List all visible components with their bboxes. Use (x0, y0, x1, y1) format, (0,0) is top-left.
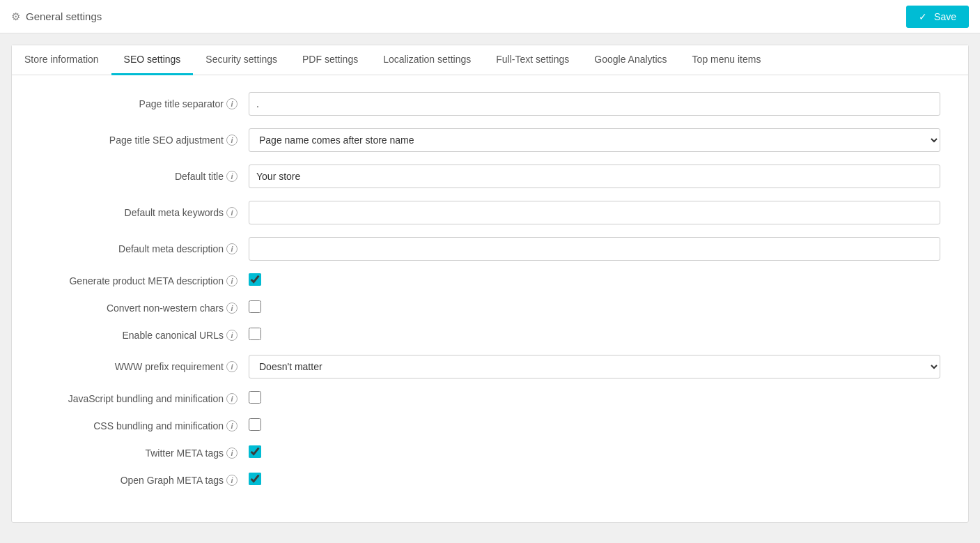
tab-security-settings[interactable]: Security settings (193, 45, 290, 75)
control-default-title (249, 165, 940, 188)
label-page-title-separator: Page title separator i (40, 98, 249, 109)
label-generate-product-meta-description: Generate product META description i (40, 275, 249, 286)
row-enable-canonical-urls: Enable canonical URLs i (40, 328, 940, 342)
checkbox-js-bundling-minification[interactable] (249, 391, 261, 404)
label-page-title-seo-adjustment: Page title SEO adjustment i (40, 135, 249, 146)
tab-seo-settings[interactable]: SEO settings (111, 45, 194, 75)
save-checkmark-icon (919, 11, 930, 22)
save-label: Save (934, 11, 956, 22)
help-icon-open-graph-meta-tags[interactable]: i (226, 475, 238, 486)
row-generate-product-meta-description: Generate product META description i (40, 273, 940, 288)
row-default-meta-description: Default meta description i (40, 237, 940, 261)
main-content: Store information SEO settings Security … (0, 33, 980, 534)
tab-full-text-settings[interactable]: Full-Text settings (483, 45, 582, 75)
settings-card: Store information SEO settings Security … (11, 45, 969, 523)
checkbox-open-graph-meta-tags[interactable] (249, 473, 261, 485)
row-default-meta-keywords: Default meta keywords i (40, 201, 940, 224)
control-page-title-separator (249, 92, 940, 116)
row-www-prefix-requirement: WWW prefix requirement i Doesn't matter … (40, 355, 940, 378)
control-page-title-seo-adjustment: Page name comes after store name Store n… (249, 128, 940, 152)
row-js-bundling-minification: JavaScript bundling and minification i (40, 391, 940, 406)
page-title: General settings (26, 10, 102, 22)
checkbox-css-bundling-minification[interactable] (249, 418, 261, 431)
select-www-prefix-requirement[interactable]: Doesn't matter Pages should have WWW pre… (249, 355, 940, 378)
checkbox-enable-canonical-urls[interactable] (249, 328, 261, 340)
control-enable-canonical-urls (249, 328, 940, 342)
control-default-meta-keywords (249, 201, 940, 224)
row-twitter-meta-tags: Twitter META tags i (40, 445, 940, 460)
label-default-meta-description: Default meta description i (40, 243, 249, 254)
row-open-graph-meta-tags: Open Graph META tags i (40, 473, 940, 487)
label-www-prefix-requirement: WWW prefix requirement i (40, 361, 249, 372)
select-page-title-seo-adjustment[interactable]: Page name comes after store name Store n… (249, 128, 940, 152)
checkbox-generate-product-meta-description[interactable] (249, 273, 261, 286)
tab-google-analytics[interactable]: Google Analytics (582, 45, 679, 75)
label-css-bundling-minification: CSS bundling and minification i (40, 420, 249, 431)
input-default-title[interactable] (249, 165, 940, 188)
help-icon-default-meta-description[interactable]: i (226, 243, 238, 254)
help-icon-default-title[interactable]: i (226, 171, 238, 182)
help-icon-default-meta-keywords[interactable]: i (226, 207, 238, 218)
row-default-title: Default title i (40, 165, 940, 188)
label-open-graph-meta-tags: Open Graph META tags i (40, 475, 249, 486)
row-css-bundling-minification: CSS bundling and minification i (40, 418, 940, 433)
help-icon-generate-product-meta-description[interactable]: i (226, 275, 238, 286)
control-www-prefix-requirement: Doesn't matter Pages should have WWW pre… (249, 355, 940, 378)
top-bar: ⚙ General settings Save (0, 0, 980, 33)
row-page-title-separator: Page title separator i (40, 92, 940, 116)
label-enable-canonical-urls: Enable canonical URLs i (40, 330, 249, 341)
tab-top-menu-items[interactable]: Top menu items (680, 45, 774, 75)
control-twitter-meta-tags (249, 445, 940, 460)
label-default-title: Default title i (40, 171, 249, 182)
control-convert-non-western-chars (249, 300, 940, 315)
tab-bar: Store information SEO settings Security … (12, 45, 968, 75)
help-icon-twitter-meta-tags[interactable]: i (226, 448, 238, 459)
help-icon-js-bundling-minification[interactable]: i (226, 393, 238, 404)
control-default-meta-description (249, 237, 940, 261)
input-page-title-separator[interactable] (249, 92, 940, 116)
input-default-meta-keywords[interactable] (249, 201, 940, 224)
control-generate-product-meta-description (249, 273, 940, 288)
form-body: Page title separator i Page title SEO ad… (12, 75, 968, 522)
checkbox-convert-non-western-chars[interactable] (249, 300, 261, 313)
help-icon-convert-non-western-chars[interactable]: i (226, 303, 238, 314)
label-default-meta-keywords: Default meta keywords i (40, 207, 249, 218)
label-convert-non-western-chars: Convert non-western chars i (40, 303, 249, 314)
row-convert-non-western-chars: Convert non-western chars i (40, 300, 940, 315)
help-icon-css-bundling-minification[interactable]: i (226, 420, 238, 431)
control-css-bundling-minification (249, 418, 940, 433)
tab-pdf-settings[interactable]: PDF settings (290, 45, 371, 75)
row-page-title-seo-adjustment: Page title SEO adjustment i Page name co… (40, 128, 940, 152)
help-icon-enable-canonical-urls[interactable]: i (226, 330, 238, 341)
checkbox-twitter-meta-tags[interactable] (249, 445, 261, 458)
help-icon-page-title-seo-adjustment[interactable]: i (226, 135, 238, 146)
control-open-graph-meta-tags (249, 473, 940, 487)
label-js-bundling-minification: JavaScript bundling and minification i (40, 393, 249, 404)
help-icon-www-prefix-requirement[interactable]: i (226, 361, 238, 372)
control-js-bundling-minification (249, 391, 940, 406)
input-default-meta-description[interactable] (249, 237, 940, 261)
save-button[interactable]: Save (906, 6, 969, 28)
tab-store-information[interactable]: Store information (12, 45, 111, 75)
label-twitter-meta-tags: Twitter META tags i (40, 448, 249, 459)
help-icon-page-title-separator[interactable]: i (226, 98, 238, 109)
settings-icon: ⚙ (11, 10, 20, 23)
page-header: ⚙ General settings (11, 10, 102, 23)
tab-localization-settings[interactable]: Localization settings (371, 45, 483, 75)
